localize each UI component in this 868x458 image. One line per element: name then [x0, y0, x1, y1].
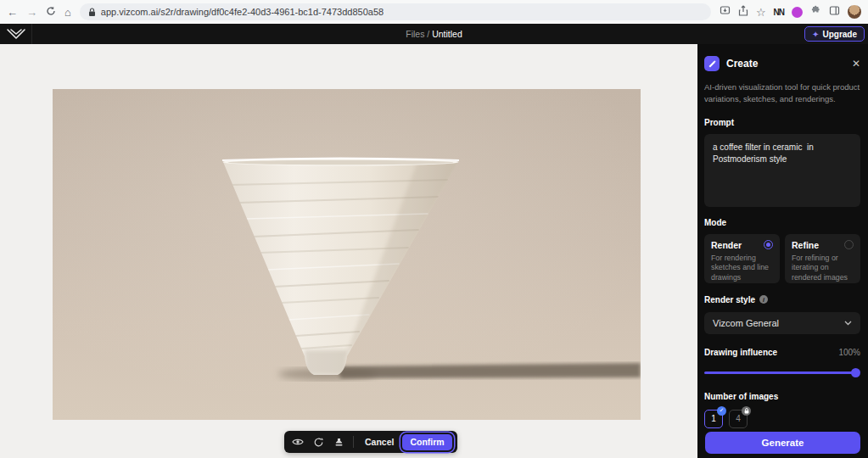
info-icon[interactable]: i [759, 295, 768, 304]
chevron-down-icon [844, 321, 852, 326]
prompt-input[interactable]: a coffee filter in ceramic in Postmoderi… [704, 134, 860, 207]
canvas-workspace[interactable]: Cancel Confirm [0, 44, 697, 458]
number-of-images-options: 1 ✓ 4 [704, 410, 860, 428]
breadcrumb: Files / Untitled [0, 29, 868, 39]
cancel-button[interactable]: Cancel [360, 437, 399, 447]
toolbar-divider [353, 436, 354, 448]
mode-label: Mode [704, 218, 860, 227]
drawing-influence-slider[interactable] [704, 368, 860, 377]
upgrade-button[interactable]: ✦ Upgrade [804, 26, 865, 42]
mode-render-name: Render [711, 240, 742, 250]
address-bar[interactable]: app.vizcom.ai/s2r/drawing/df0c4fe2-40d3-… [80, 3, 711, 20]
url-text: app.vizcom.ai/s2r/drawing/df0c4fe2-40d3-… [101, 7, 384, 17]
lock-badge-icon [742, 406, 751, 416]
extension-purple-icon[interactable] [792, 7, 803, 18]
extension-nn-icon[interactable]: NN [774, 8, 784, 17]
reload-icon[interactable] [46, 6, 56, 18]
generate-button[interactable]: Generate [705, 432, 860, 454]
number-of-images-label: Number of images [704, 392, 860, 401]
mode-option-render[interactable]: Render For rendering sketches and line d… [704, 234, 780, 283]
side-panel-icon[interactable] [829, 4, 840, 20]
mode-option-refine[interactable]: Refine For refining or iterating on rend… [785, 234, 860, 283]
rendered-image[interactable] [53, 89, 641, 420]
forward-icon[interactable]: → [26, 7, 37, 18]
render-style-value: Vizcom General [713, 318, 844, 328]
images-count-1[interactable]: 1 ✓ [704, 410, 723, 428]
drawing-influence-label: Drawing influence [704, 348, 777, 357]
upgrade-label: Upgrade [822, 30, 857, 39]
breadcrumb-files[interactable]: Files [406, 29, 424, 39]
panel-header: Create ✕ [704, 56, 860, 71]
canvas-action-toolbar: Cancel Confirm [284, 431, 457, 453]
panel-description: AI-driven visualization tool for quick p… [704, 81, 860, 105]
slider-track [704, 371, 859, 374]
stamp-flatten-icon[interactable] [330, 433, 347, 450]
render-style-label: Render style [704, 295, 755, 304]
images-count-4-value: 4 [736, 414, 741, 423]
vizcom-logo-icon[interactable] [0, 24, 32, 44]
close-icon[interactable]: ✕ [852, 58, 860, 70]
render-style-dropdown[interactable]: Vizcom General [704, 312, 860, 334]
profile-avatar[interactable] [848, 5, 861, 19]
app-window: ← → ⌂ app.vizcom.ai/s2r/drawing/df0c4fe2… [0, 0, 868, 458]
visibility-eye-icon[interactable] [289, 433, 306, 450]
breadcrumb-current: Untitled [432, 29, 462, 39]
mode-options: Render For rendering sketches and line d… [704, 234, 860, 283]
check-badge-icon: ✓ [717, 406, 726, 416]
breadcrumb-separator: / [424, 29, 432, 39]
drawing-influence-value: 100% [838, 348, 860, 357]
confirm-button[interactable]: Confirm [402, 434, 451, 450]
images-count-1-value: 1 [711, 414, 716, 423]
lock-icon [88, 8, 96, 17]
share-icon[interactable] [738, 4, 748, 20]
home-icon[interactable]: ⌂ [64, 7, 71, 18]
bookmark-star-icon[interactable]: ☆ [756, 7, 766, 18]
radio-unselected-icon[interactable] [844, 240, 854, 249]
history-reset-icon[interactable] [310, 433, 327, 450]
slider-thumb[interactable] [851, 368, 860, 377]
panel-title: Create [726, 58, 845, 70]
save-page-icon[interactable] [720, 4, 731, 20]
mode-refine-description: For refining or iterating on rendered im… [792, 254, 854, 284]
magic-wand-icon [704, 56, 720, 71]
mode-render-description: For rendering sketches and line drawings [711, 254, 773, 284]
extensions-puzzle-icon[interactable] [810, 4, 821, 20]
radio-selected-icon[interactable] [764, 240, 773, 249]
app-topbar: Files / Untitled ✦ Upgrade [0, 24, 868, 44]
images-count-4[interactable]: 4 [729, 410, 748, 428]
prompt-label: Prompt [704, 118, 860, 127]
sparkle-icon: ✦ [812, 30, 819, 39]
mode-refine-name: Refine [792, 240, 819, 250]
browser-actions: ☆ NN [720, 4, 861, 20]
create-panel: Create ✕ AI-driven visualization tool fo… [697, 44, 868, 458]
back-icon[interactable]: ← [7, 7, 18, 18]
browser-toolbar: ← → ⌂ app.vizcom.ai/s2r/drawing/df0c4fe2… [0, 0, 868, 24]
